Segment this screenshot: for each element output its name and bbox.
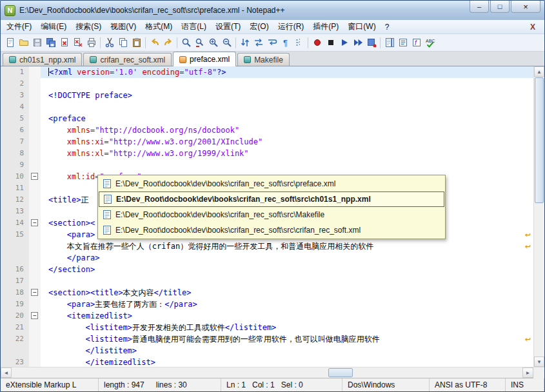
close-all-icon[interactable] <box>71 36 84 50</box>
editor-row[interactable]: 本文旨在推荐一些个人（crifan）觉得好用的一些开发工具，和普通电脑应用相关的… <box>1 240 533 252</box>
editor-row[interactable]: 20−<itemizedlist> <box>1 310 533 322</box>
scroll-right-icon[interactable]: ► <box>522 368 533 378</box>
code-text[interactable]: </listitem> <box>41 345 533 357</box>
close-button[interactable]: × <box>511 1 540 13</box>
editor-row[interactable]: 5<preface <box>1 113 533 124</box>
menu-item[interactable]: 宏(O) <box>245 19 273 34</box>
editor-row[interactable]: </para> <box>1 252 533 264</box>
cut-icon[interactable] <box>103 36 116 50</box>
sync-vertical-icon[interactable] <box>238 36 252 50</box>
code-text[interactable]: <preface <box>41 113 533 124</box>
title-bar[interactable]: N E:\Dev_Root\docbook\dev\books\crifan_r… <box>1 1 544 20</box>
code-text[interactable]: <listitem>普通电脑使用可能会需要用到的一些常用软件，也可以叫做电脑应用… <box>41 333 533 345</box>
status-eol-format[interactable]: Dos\Windows <box>342 378 430 391</box>
editor-row[interactable]: 7xmlns:xi="http://www.w3.org/2001/XInclu… <box>1 136 533 148</box>
macro-play-icon[interactable] <box>337 36 351 50</box>
macro-run-multiple-icon[interactable] <box>351 36 364 50</box>
maximize-button[interactable]: □ <box>490 1 510 13</box>
replace-icon[interactable] <box>193 36 206 50</box>
editor-row[interactable]: 4 <box>1 101 533 113</box>
editor-row[interactable]: 19<para>主要包括了两方面：</para> <box>1 299 533 310</box>
editor-row[interactable]: 3<!DOCTYPE preface> <box>1 90 533 101</box>
macro-save-icon[interactable] <box>364 36 378 50</box>
menu-item[interactable]: 插件(P) <box>308 19 343 34</box>
editor-row[interactable]: 17 <box>1 275 533 287</box>
function-list-icon[interactable]: f <box>410 36 423 50</box>
menu-item[interactable]: 运行(R) <box>273 19 309 34</box>
close-document-icon[interactable] <box>57 36 71 50</box>
menu-item[interactable]: 视图(V) <box>106 19 141 34</box>
editor-row[interactable]: 21<listitem>开发开发相关的工具或软件</listitem> <box>1 322 533 333</box>
editor-row[interactable]: 18−<section><title>本文内容</title> <box>1 287 533 299</box>
menu-item[interactable]: 语言(L) <box>177 19 211 34</box>
menu-item[interactable]: ? <box>381 21 394 34</box>
editor-row[interactable]: 8xmlns:xl="http://www.w3.org/1999/xlink" <box>1 148 533 159</box>
new-document-icon[interactable] <box>3 36 17 50</box>
tab[interactable]: ch01s1_npp.xml <box>3 53 82 66</box>
code-text[interactable]: <listitem>开发开发相关的工具或软件</listitem> <box>41 322 533 333</box>
open-folder-icon[interactable] <box>17 36 30 50</box>
editor-row[interactable]: </listitem> <box>1 345 533 357</box>
macro-stop-icon[interactable] <box>324 36 337 50</box>
menu-item[interactable]: 搜索(S) <box>71 19 106 34</box>
redo-icon[interactable] <box>161 36 175 50</box>
editor-row[interactable]: 6xmlns="http://docbook.org/ns/docbook" <box>1 124 533 136</box>
zoom-in-icon[interactable] <box>206 36 220 50</box>
scroll-down-icon[interactable]: ▼ <box>534 357 544 367</box>
code-text[interactable] <box>41 78 533 90</box>
code-text[interactable]: </section> <box>41 264 533 275</box>
popup-file-item[interactable]: E:\Dev_Root\docbook\dev\books\crifan_rec… <box>99 207 444 222</box>
menu-item[interactable]: 文件(F) <box>2 19 36 34</box>
code-text[interactable]: xmlns:xl="http://www.w3.org/1999/xlink" <box>41 148 533 159</box>
scroll-up-icon[interactable]: ▲ <box>534 66 544 77</box>
zoom-out-icon[interactable] <box>220 36 233 50</box>
show-all-characters-icon[interactable]: ¶ <box>279 36 292 50</box>
editor-row[interactable]: 23</itemizedlist> <box>1 357 533 367</box>
editor-row[interactable]: 1<?xml version='1.0' encoding="utf-8"?> <box>1 66 533 78</box>
menubar-close-icon[interactable]: X <box>522 23 543 32</box>
code-text[interactable] <box>41 159 533 171</box>
print-icon[interactable] <box>84 36 98 50</box>
word-wrap-icon[interactable] <box>265 36 279 50</box>
save-icon[interactable] <box>30 36 44 50</box>
sync-horizontal-icon[interactable] <box>252 36 265 50</box>
vertical-scrollbar-thumb[interactable] <box>535 77 544 203</box>
menu-item[interactable]: 格式(M) <box>141 19 177 34</box>
document-list-icon[interactable] <box>396 36 410 50</box>
tab[interactable]: preface.xml <box>173 52 236 66</box>
paste-icon[interactable] <box>130 36 143 50</box>
popup-file-item[interactable]: E:\Dev_Root\docbook\dev\books\crifan_rec… <box>99 176 444 191</box>
fold-marker-icon[interactable]: − <box>31 219 38 226</box>
find-icon[interactable] <box>179 36 193 50</box>
scroll-left-icon[interactable]: ◄ <box>1 368 12 378</box>
code-text[interactable]: 本文旨在推荐一些个人（crifan）觉得好用的一些开发工具，和普通电脑应用相关的… <box>41 240 533 252</box>
code-text[interactable]: <para>主要包括了两方面：</para> <box>41 299 533 310</box>
vertical-scrollbar[interactable]: ▲ ▼ <box>533 66 544 367</box>
indent-guide-icon[interactable] <box>292 36 306 50</box>
popup-file-item[interactable]: E:\Dev_Root\docbook\dev\books\crifan_rec… <box>99 222 444 238</box>
tab[interactable]: crifan_rec_soft.xml <box>83 53 172 66</box>
undo-icon[interactable] <box>148 36 161 50</box>
fold-marker-icon[interactable]: − <box>31 173 38 180</box>
code-text[interactable]: <itemizedlist> <box>41 310 533 322</box>
fold-marker-icon[interactable]: − <box>31 289 38 296</box>
menu-item[interactable]: 窗口(W) <box>343 19 380 34</box>
popup-file-item[interactable]: E:\Dev_Root\docbook\dev\books\crifan_rec… <box>99 191 444 207</box>
menu-item[interactable]: 设置(T) <box>211 19 245 34</box>
editor-row[interactable]: 22<listitem>普通电脑使用可能会需要用到的一些常用软件，也可以叫做电脑… <box>1 333 533 345</box>
code-text[interactable]: xmlns:xi="http://www.w3.org/2001/XInclud… <box>41 136 533 148</box>
editor-row[interactable]: 2 <box>1 78 533 90</box>
horizontal-scrollbar-thumb[interactable] <box>328 368 353 377</box>
editor-row[interactable]: 9 <box>1 159 533 171</box>
copy-icon[interactable] <box>116 36 130 50</box>
macro-record-icon[interactable] <box>310 36 324 50</box>
code-text[interactable]: </itemizedlist> <box>41 357 533 367</box>
status-encoding[interactable]: ANSI as UTF-8 <box>430 378 506 391</box>
code-text[interactable]: <?xml version='1.0' encoding="utf-8"?> <box>41 66 533 78</box>
spell-check-icon[interactable]: ABC <box>423 36 437 50</box>
minimize-button[interactable]: – <box>470 1 489 13</box>
status-insert-mode[interactable]: INS <box>506 378 544 391</box>
menu-item[interactable]: 编辑(E) <box>36 19 71 34</box>
editor-row[interactable]: 16</section> <box>1 264 533 275</box>
code-text[interactable]: <!DOCTYPE preface> <box>41 90 533 101</box>
